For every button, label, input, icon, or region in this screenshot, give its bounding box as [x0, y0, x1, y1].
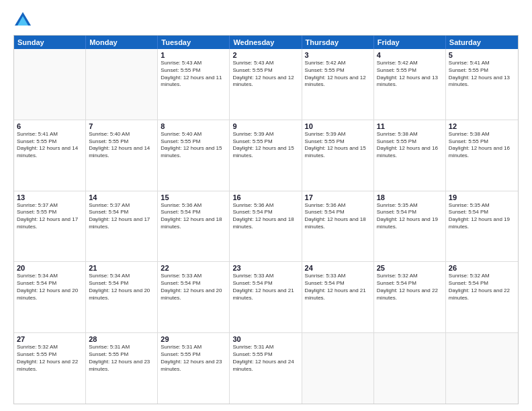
day-number: 30: [232, 335, 298, 343]
day-info: Sunrise: 5:42 AM Sunset: 5:55 PM Dayligh…: [305, 60, 371, 89]
day-number: 13: [17, 193, 83, 201]
day-info: Sunrise: 5:37 AM Sunset: 5:55 PM Dayligh…: [17, 202, 83, 231]
day-info: Sunrise: 5:37 AM Sunset: 5:54 PM Dayligh…: [89, 202, 154, 231]
day-number: 14: [89, 193, 154, 201]
day-number: 26: [449, 264, 515, 272]
day-info: Sunrise: 5:41 AM Sunset: 5:55 PM Dayligh…: [17, 131, 83, 160]
calendar-cell: [446, 333, 518, 404]
calendar-cell: 23Sunrise: 5:33 AM Sunset: 5:54 PM Dayli…: [230, 262, 302, 332]
day-number: 28: [89, 335, 154, 343]
header: [13, 11, 519, 30]
day-info: Sunrise: 5:32 AM Sunset: 5:54 PM Dayligh…: [449, 273, 515, 302]
calendar-cell: 6Sunrise: 5:41 AM Sunset: 5:55 PM Daylig…: [14, 120, 86, 191]
col-header-tuesday: Tuesday: [158, 36, 230, 49]
calendar-week-2: 6Sunrise: 5:41 AM Sunset: 5:55 PM Daylig…: [14, 120, 518, 191]
day-number: 5: [449, 51, 515, 59]
day-number: 3: [305, 51, 371, 59]
day-number: 16: [232, 193, 298, 201]
calendar-cell: [14, 49, 86, 120]
calendar-cell: 2Sunrise: 5:43 AM Sunset: 5:55 PM Daylig…: [230, 49, 302, 120]
calendar-week-4: 20Sunrise: 5:34 AM Sunset: 5:54 PM Dayli…: [14, 261, 518, 332]
day-info: Sunrise: 5:33 AM Sunset: 5:54 PM Dayligh…: [232, 273, 298, 302]
calendar-cell: 19Sunrise: 5:35 AM Sunset: 5:54 PM Dayli…: [446, 191, 518, 262]
day-number: 22: [161, 264, 226, 272]
calendar-cell: 4Sunrise: 5:42 AM Sunset: 5:55 PM Daylig…: [374, 49, 446, 120]
day-info: Sunrise: 5:31 AM Sunset: 5:55 PM Dayligh…: [232, 344, 298, 373]
day-info: Sunrise: 5:32 AM Sunset: 5:55 PM Dayligh…: [17, 344, 83, 373]
day-number: 29: [161, 335, 226, 343]
day-info: Sunrise: 5:39 AM Sunset: 5:55 PM Dayligh…: [305, 131, 371, 160]
day-number: 23: [232, 264, 298, 272]
day-info: Sunrise: 5:34 AM Sunset: 5:54 PM Dayligh…: [89, 273, 154, 302]
calendar-cell: 10Sunrise: 5:39 AM Sunset: 5:55 PM Dayli…: [302, 120, 374, 191]
day-info: Sunrise: 5:38 AM Sunset: 5:55 PM Dayligh…: [377, 131, 443, 160]
calendar-cell: 15Sunrise: 5:36 AM Sunset: 5:54 PM Dayli…: [158, 191, 230, 262]
calendar-body: 1Sunrise: 5:43 AM Sunset: 5:55 PM Daylig…: [14, 49, 518, 404]
col-header-friday: Friday: [374, 36, 446, 49]
day-info: Sunrise: 5:36 AM Sunset: 5:54 PM Dayligh…: [305, 202, 371, 231]
day-number: 2: [232, 51, 298, 59]
calendar-cell: 7Sunrise: 5:40 AM Sunset: 5:55 PM Daylig…: [86, 120, 158, 191]
day-number: 21: [89, 264, 154, 272]
day-number: 11: [377, 122, 443, 130]
day-number: 8: [161, 122, 226, 130]
calendar-cell: [86, 49, 158, 120]
day-number: 18: [377, 193, 443, 201]
day-info: Sunrise: 5:31 AM Sunset: 5:55 PM Dayligh…: [89, 344, 154, 373]
calendar-cell: 13Sunrise: 5:37 AM Sunset: 5:55 PM Dayli…: [14, 191, 86, 262]
day-number: 4: [377, 51, 443, 59]
calendar: SundayMondayTuesdayWednesdayThursdayFrid…: [13, 35, 519, 404]
col-header-monday: Monday: [86, 36, 158, 49]
calendar-cell: 8Sunrise: 5:40 AM Sunset: 5:55 PM Daylig…: [158, 120, 230, 191]
day-info: Sunrise: 5:31 AM Sunset: 5:55 PM Dayligh…: [161, 344, 226, 373]
col-header-wednesday: Wednesday: [230, 36, 302, 49]
calendar-cell: 5Sunrise: 5:41 AM Sunset: 5:55 PM Daylig…: [446, 49, 518, 120]
calendar-cell: 29Sunrise: 5:31 AM Sunset: 5:55 PM Dayli…: [158, 333, 230, 404]
calendar-cell: 11Sunrise: 5:38 AM Sunset: 5:55 PM Dayli…: [374, 120, 446, 191]
calendar-cell: 28Sunrise: 5:31 AM Sunset: 5:55 PM Dayli…: [86, 333, 158, 404]
calendar-week-3: 13Sunrise: 5:37 AM Sunset: 5:55 PM Dayli…: [14, 191, 518, 262]
calendar-cell: [374, 333, 446, 404]
calendar-cell: 3Sunrise: 5:42 AM Sunset: 5:55 PM Daylig…: [302, 49, 374, 120]
day-info: Sunrise: 5:36 AM Sunset: 5:54 PM Dayligh…: [161, 202, 226, 231]
calendar-week-5: 27Sunrise: 5:32 AM Sunset: 5:55 PM Dayli…: [14, 332, 518, 404]
day-number: 24: [305, 264, 371, 272]
calendar-cell: 30Sunrise: 5:31 AM Sunset: 5:55 PM Dayli…: [230, 333, 302, 404]
day-info: Sunrise: 5:34 AM Sunset: 5:54 PM Dayligh…: [17, 273, 83, 302]
day-info: Sunrise: 5:40 AM Sunset: 5:55 PM Dayligh…: [161, 131, 226, 160]
calendar-cell: 21Sunrise: 5:34 AM Sunset: 5:54 PM Dayli…: [86, 262, 158, 332]
day-info: Sunrise: 5:41 AM Sunset: 5:55 PM Dayligh…: [449, 60, 515, 89]
logo-icon: [13, 11, 32, 30]
col-header-thursday: Thursday: [302, 36, 374, 49]
calendar-cell: 1Sunrise: 5:43 AM Sunset: 5:55 PM Daylig…: [158, 49, 230, 120]
day-number: 20: [17, 264, 83, 272]
day-info: Sunrise: 5:32 AM Sunset: 5:54 PM Dayligh…: [377, 273, 443, 302]
day-info: Sunrise: 5:43 AM Sunset: 5:55 PM Dayligh…: [161, 60, 226, 89]
day-info: Sunrise: 5:43 AM Sunset: 5:55 PM Dayligh…: [232, 60, 298, 89]
day-info: Sunrise: 5:35 AM Sunset: 5:54 PM Dayligh…: [449, 202, 515, 231]
calendar-cell: [302, 333, 374, 404]
page: SundayMondayTuesdayWednesdayThursdayFrid…: [0, 0, 532, 411]
calendar-cell: 16Sunrise: 5:36 AM Sunset: 5:54 PM Dayli…: [230, 191, 302, 262]
day-info: Sunrise: 5:35 AM Sunset: 5:54 PM Dayligh…: [377, 202, 443, 231]
calendar-cell: 20Sunrise: 5:34 AM Sunset: 5:54 PM Dayli…: [14, 262, 86, 332]
day-info: Sunrise: 5:36 AM Sunset: 5:54 PM Dayligh…: [232, 202, 298, 231]
day-number: 17: [305, 193, 371, 201]
calendar-cell: 9Sunrise: 5:39 AM Sunset: 5:55 PM Daylig…: [230, 120, 302, 191]
day-info: Sunrise: 5:38 AM Sunset: 5:55 PM Dayligh…: [449, 131, 515, 160]
day-info: Sunrise: 5:33 AM Sunset: 5:54 PM Dayligh…: [161, 273, 226, 302]
day-number: 6: [17, 122, 83, 130]
day-info: Sunrise: 5:42 AM Sunset: 5:55 PM Dayligh…: [377, 60, 443, 89]
calendar-cell: 22Sunrise: 5:33 AM Sunset: 5:54 PM Dayli…: [158, 262, 230, 332]
day-info: Sunrise: 5:40 AM Sunset: 5:55 PM Dayligh…: [89, 131, 154, 160]
col-header-saturday: Saturday: [446, 36, 518, 49]
calendar-cell: 17Sunrise: 5:36 AM Sunset: 5:54 PM Dayli…: [302, 191, 374, 262]
day-number: 9: [232, 122, 298, 130]
day-info: Sunrise: 5:33 AM Sunset: 5:54 PM Dayligh…: [305, 273, 371, 302]
day-number: 15: [161, 193, 226, 201]
calendar-header: SundayMondayTuesdayWednesdayThursdayFrid…: [14, 36, 518, 49]
day-number: 1: [161, 51, 226, 59]
calendar-cell: 24Sunrise: 5:33 AM Sunset: 5:54 PM Dayli…: [302, 262, 374, 332]
day-number: 25: [377, 264, 443, 272]
day-number: 27: [17, 335, 83, 343]
